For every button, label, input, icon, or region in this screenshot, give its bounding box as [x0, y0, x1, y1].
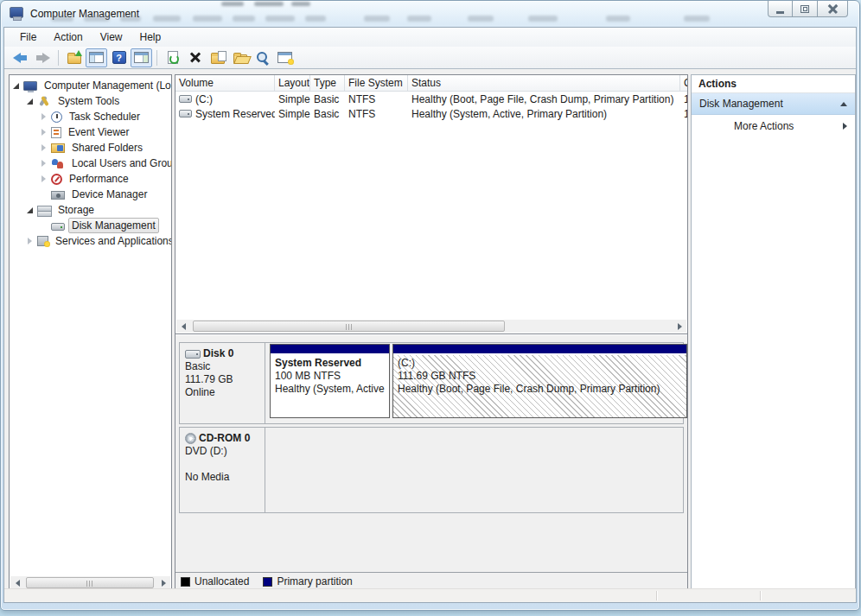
partition-c-selected[interactable]: (C:) 111.69 GB NTFS Healthy (Boot, Page … [392, 344, 687, 418]
scroll-left-button[interactable] [176, 320, 190, 333]
tree-item-computer-management[interactable]: Computer Management (Local [10, 78, 171, 93]
delete-button[interactable] [184, 48, 206, 67]
legend-primary-partition: Primary partition [263, 575, 352, 587]
column-capacity[interactable]: C [680, 75, 687, 91]
expander-icon[interactable] [26, 206, 35, 215]
properties-icon [211, 54, 225, 64]
disk0-header[interactable]: Disk 0 Basic 111.79 GB Online [180, 343, 265, 423]
column-type[interactable]: Type [310, 75, 345, 91]
disk0-size: 111.79 GB [185, 373, 259, 386]
scroll-right-button[interactable] [156, 576, 170, 589]
partition-status: Healthy (Boot, Page File, Crash Dump, Pr… [398, 383, 682, 396]
collapse-chevron-up-icon[interactable] [840, 102, 847, 106]
shared-folders-icon [51, 143, 65, 153]
show-console-tree-button[interactable] [86, 48, 107, 67]
partition-legend: Unallocated Primary partition [175, 572, 687, 590]
disk-management-pane: Volume Layout Type File System Status C … [175, 74, 688, 591]
volume-row-system-reserved[interactable]: System Reserved Simple Basic NTFS Health… [175, 106, 687, 121]
back-button[interactable] [10, 48, 31, 67]
tree-item-task-scheduler[interactable]: Task Scheduler [10, 109, 171, 124]
more-actions-item[interactable]: More Actions [692, 115, 855, 137]
volume-row-c[interactable]: (C:) Simple Basic NTFS Healthy (Boot, Pa… [175, 92, 687, 106]
tree-item-system-tools[interactable]: System Tools [10, 93, 171, 109]
actions-section-disk-management[interactable]: Disk Management [692, 93, 855, 115]
expander-none [40, 221, 49, 231]
titlebar[interactable]: Computer Management [1, 1, 859, 27]
help-icon [112, 51, 126, 64]
expander-icon[interactable] [40, 159, 49, 168]
menu-view[interactable]: View [92, 29, 131, 46]
disk-graphical-view: Disk 0 Basic 111.79 GB Online System Res… [175, 335, 687, 590]
volume-layout: Simple [275, 108, 310, 120]
expander-icon[interactable] [12, 81, 22, 91]
tree-item-storage[interactable]: Storage [10, 202, 171, 218]
close-icon [828, 4, 838, 14]
background-window-artifact [84, 16, 110, 22]
delete-x-icon [189, 52, 201, 64]
tree-item-label: System Tools [54, 93, 123, 109]
cdrom-header[interactable]: CD-ROM 0 DVD (D:) No Media [180, 428, 265, 512]
tree-horizontal-scrollbar[interactable] [10, 576, 170, 589]
background-window-artifact [407, 16, 431, 22]
volume-list-horizontal-scrollbar[interactable] [176, 320, 686, 333]
volume-layout: Simple [275, 93, 310, 105]
tree-item-shared-folders[interactable]: Shared Folders [10, 140, 171, 156]
background-window-artifact [221, 2, 244, 6]
minimize-icon [776, 11, 784, 14]
menu-action[interactable]: Action [45, 29, 91, 46]
primary-partition-color-bar [271, 345, 389, 354]
menu-help[interactable]: Help [131, 29, 170, 46]
background-window-artifact [233, 16, 255, 22]
menu-file[interactable]: File [11, 29, 45, 46]
minimize-button[interactable] [768, 1, 793, 17]
background-window-artifact [265, 16, 295, 22]
actions-section-label: Disk Management [699, 98, 783, 110]
refresh-button[interactable] [162, 48, 183, 67]
column-volume[interactable]: Volume [175, 75, 275, 91]
up-level-button[interactable] [63, 48, 85, 67]
expander-icon[interactable] [40, 128, 49, 137]
expander-icon[interactable] [40, 143, 49, 153]
background-window-artifact [364, 16, 390, 22]
tree-item-event-viewer[interactable]: Event Viewer [10, 124, 171, 140]
maximize-button[interactable] [793, 1, 818, 17]
expander-icon[interactable] [40, 175, 49, 184]
toolbar-separator [156, 50, 157, 66]
cd-rom-icon [185, 433, 196, 444]
legend-label: Primary partition [277, 575, 352, 587]
close-button[interactable] [818, 1, 848, 17]
tree-item-performance[interactable]: Performance [10, 171, 171, 187]
scrollbar-thumb[interactable] [26, 577, 154, 588]
properties-button[interactable] [207, 48, 228, 67]
column-file-system[interactable]: File System [345, 75, 408, 91]
tree-item-device-manager[interactable]: Device Manager [10, 187, 171, 202]
console-options-button[interactable] [274, 48, 296, 67]
help-button[interactable] [108, 48, 130, 67]
background-window-artifact [468, 16, 494, 22]
actions-pane: Actions Disk Management More Actions [691, 74, 856, 591]
scroll-left-button[interactable] [10, 576, 24, 589]
scroll-right-button[interactable] [673, 320, 686, 333]
storage-icon [37, 205, 51, 216]
volume-type: Basic [310, 93, 345, 105]
scroll-left-icon [16, 580, 20, 587]
column-layout[interactable]: Layout [275, 75, 310, 91]
system-tools-icon [37, 96, 51, 107]
background-window-artifact [684, 16, 710, 22]
expander-icon[interactable] [26, 97, 35, 106]
expander-icon[interactable] [26, 237, 35, 246]
tree-item-local-users-groups[interactable]: Local Users and Groups [10, 156, 171, 171]
forward-button[interactable] [32, 48, 54, 67]
tree-item-label: Computer Management (Local [41, 78, 172, 93]
tree-item-disk-management[interactable]: Disk Management [10, 218, 171, 233]
tree-item-services-applications[interactable]: Services and Applications [10, 233, 171, 249]
open-button[interactable] [229, 48, 251, 67]
find-button[interactable] [252, 48, 273, 67]
scrollbar-thumb[interactable] [193, 321, 505, 332]
disk-management-icon [51, 223, 65, 231]
column-status[interactable]: Status [408, 75, 680, 91]
volume-capacity: 11 [680, 93, 687, 105]
expander-icon[interactable] [40, 112, 49, 122]
partition-system-reserved[interactable]: System Reserved 100 MB NTFS Healthy (Sys… [270, 344, 390, 418]
show-action-pane-button[interactable] [131, 48, 152, 67]
